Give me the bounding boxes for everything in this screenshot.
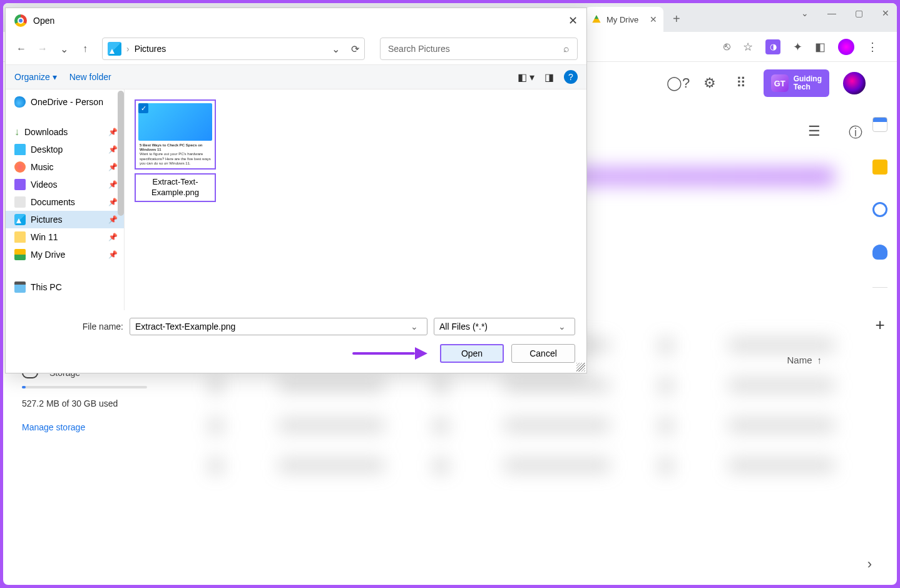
search-placeholder: Search Pictures	[388, 44, 450, 54]
keep-icon[interactable]	[872, 160, 887, 175]
open-button[interactable]: Open	[440, 344, 504, 363]
share-icon[interactable]: ⎋	[724, 40, 730, 53]
tree-music[interactable]: Music📌	[6, 158, 124, 176]
nav-recent-icon[interactable]: ⌄	[57, 42, 71, 56]
refresh-icon[interactable]: ⟳	[351, 43, 359, 55]
extensions-icon[interactable]: ✦	[793, 40, 802, 54]
file-item[interactable]: ✓ 5 Best Ways to Check PC Specs on Windo…	[135, 99, 216, 202]
menu-icon[interactable]: ⋮	[867, 40, 878, 54]
tree-pictures[interactable]: Pictures📌	[6, 211, 124, 228]
tree-thispc[interactable]: This PC	[6, 278, 124, 296]
folder-tree: OneDrive - Person ↓Downloads📌 Desktop📌 M…	[6, 89, 125, 310]
filename-label: File name:	[17, 322, 123, 332]
breadcrumb-current: Pictures	[135, 44, 166, 54]
view-layout-icon[interactable]: ◧ ▾	[518, 71, 534, 83]
chrome-icon	[14, 14, 27, 27]
nav-up-icon[interactable]: ↑	[78, 42, 92, 56]
sidepanel-icon[interactable]: ◧	[815, 40, 826, 54]
file-name-label: Extract-Text-Example.png	[135, 173, 216, 202]
filename-input[interactable]: Extract-Text-Example.png⌄	[130, 318, 427, 335]
nav-forward-icon[interactable]: →	[36, 42, 49, 56]
sort-up-icon: ↑	[817, 355, 822, 365]
chevron-right-icon[interactable]: ›	[867, 556, 872, 572]
search-input[interactable]: Search Pictures ⌕	[380, 38, 578, 60]
chevron-down-icon: ⌄	[407, 322, 422, 332]
organize-menu[interactable]: Organize ▾	[14, 72, 57, 82]
tree-desktop[interactable]: Desktop📌	[6, 141, 124, 158]
chevron-down-icon: ⌄	[555, 322, 570, 332]
file-checkbox-icon[interactable]: ✓	[138, 103, 148, 113]
contacts-icon[interactable]	[872, 245, 887, 260]
tab-close-icon[interactable]: ✕	[650, 14, 657, 24]
file-list[interactable]: ✓ 5 Best Ways to Check PC Specs on Windo…	[125, 89, 586, 310]
win-maximize-icon[interactable]: ▢	[855, 8, 863, 18]
gt-logo-icon: GT	[771, 74, 789, 92]
resize-grip-icon[interactable]	[576, 363, 585, 372]
breadcrumb-dropdown-icon[interactable]: ⌄	[332, 43, 340, 55]
help-icon[interactable]: ◯?	[670, 74, 687, 92]
new-folder-button[interactable]: New folder	[69, 72, 111, 82]
win-dropdown-icon[interactable]: ⌄	[801, 8, 809, 18]
win-minimize-icon[interactable]: —	[827, 8, 836, 18]
preview-pane-icon[interactable]: ◨	[545, 71, 554, 83]
file-open-dialog: Open ✕ ← → ⌄ ↑ › Pictures ⌄ ⟳ Search Pic…	[5, 8, 587, 373]
nav-back-icon[interactable]: ←	[14, 42, 28, 56]
tab-title: My Drive	[606, 15, 638, 24]
tree-win11[interactable]: Win 11📌	[6, 228, 124, 246]
storage-bar	[22, 386, 147, 388]
annotation-arrow	[352, 350, 427, 357]
side-panel: +	[863, 117, 897, 492]
help-icon[interactable]: ?	[564, 70, 578, 84]
profile-avatar[interactable]	[838, 39, 854, 55]
add-addon-icon[interactable]: +	[875, 315, 884, 335]
file-filter-select[interactable]: All Files (*.*)⌄	[434, 318, 575, 335]
settings-icon[interactable]: ⚙	[701, 74, 718, 92]
divider	[872, 287, 887, 288]
tree-videos[interactable]: Videos📌	[6, 176, 124, 193]
search-icon: ⌕	[563, 43, 570, 54]
bookmark-icon[interactable]: ☆	[743, 40, 753, 54]
manage-storage-link[interactable]: Manage storage	[22, 422, 160, 432]
tree-downloads[interactable]: ↓Downloads📌	[6, 123, 124, 141]
apps-icon[interactable]: ⠿	[732, 74, 750, 92]
tree-documents[interactable]: Documents📌	[6, 193, 124, 211]
column-name[interactable]: Name↑	[787, 355, 822, 365]
pictures-icon	[108, 42, 121, 56]
browser-tab[interactable]: My Drive ✕	[585, 7, 663, 32]
info-icon[interactable]: ⓘ	[849, 123, 862, 142]
tree-onedrive[interactable]: OneDrive - Person	[6, 93, 124, 111]
breadcrumb[interactable]: › Pictures ⌄ ⟳	[102, 38, 365, 60]
storage-used: 527.2 MB of 30 GB used	[22, 398, 160, 408]
cancel-button[interactable]: Cancel	[511, 344, 575, 363]
user-avatar[interactable]	[843, 72, 866, 94]
tree-mydrive[interactable]: My Drive📌	[6, 246, 124, 263]
tasks-icon[interactable]	[872, 202, 887, 217]
dialog-close-icon[interactable]: ✕	[568, 14, 578, 28]
gt-text: Guiding Tech	[794, 75, 822, 91]
guiding-tech-badge[interactable]: GT Guiding Tech	[764, 69, 829, 97]
calendar-icon[interactable]	[872, 117, 887, 132]
tree-scrollbar[interactable]	[118, 91, 124, 216]
dialog-title: Open	[33, 16, 54, 26]
win-close-icon[interactable]: ✕	[882, 8, 889, 18]
svg-marker-1	[595, 15, 599, 19]
new-tab-button[interactable]: +	[673, 12, 680, 26]
extension-icon[interactable]: ◑	[765, 39, 780, 54]
list-view-icon[interactable]: ☰	[808, 123, 821, 142]
